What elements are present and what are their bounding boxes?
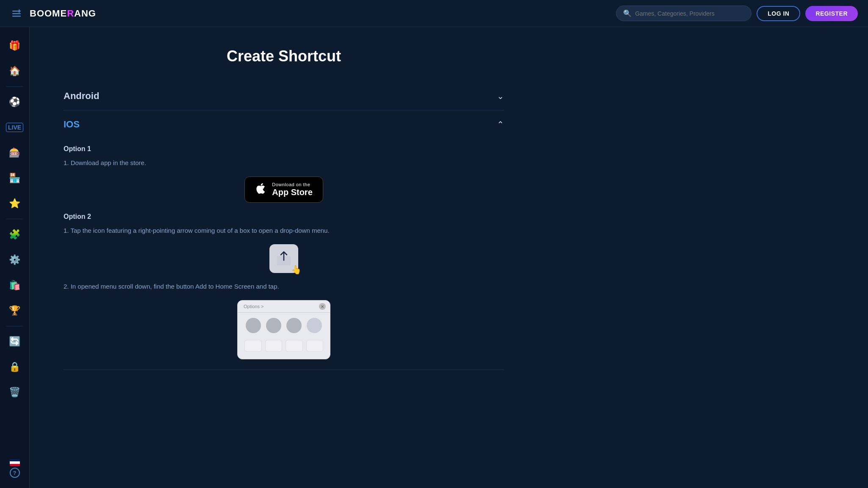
android-accordion-header[interactable]: Android ⌄ — [64, 82, 504, 110]
sidebar-item-promotions[interactable]: 🎁 — [3, 34, 27, 58]
ios-contacts-row — [238, 313, 330, 338]
ios-mockup-inner: Options > ✕ — [237, 300, 330, 359]
ios-accordion-title: IOS — [64, 119, 80, 130]
ios-contact-3 — [286, 318, 302, 333]
ios-contact-4 — [307, 318, 322, 333]
sidebar-item-home[interactable]: 🏠 — [3, 59, 27, 83]
sidebar: 🎁 🏠 ⚽ LIVE 🎰 🏪 ⭐ 🧩 ⚙️ 🛍️ — [0, 27, 30, 488]
ios-accordion-header[interactable]: IOS ⌃ — [64, 110, 504, 138]
language-selector[interactable] — [10, 459, 20, 466]
register-button[interactable]: REGISTER — [805, 6, 858, 21]
ios-mockup-header: Options > ✕ — [238, 301, 330, 313]
sidebar-divider-3 — [6, 326, 23, 326]
app-store-text: Download on the App Store — [272, 182, 313, 197]
avatar-3 — [286, 318, 302, 333]
header-left: BOOMERANG — [10, 7, 96, 20]
gift-icon: 🎁 — [9, 40, 20, 51]
share-icon-container: 👆 — [64, 244, 504, 273]
ios-contact-2 — [266, 318, 281, 333]
trophy-icon: 🏆 — [9, 305, 20, 316]
loyalty-icon: 🛍️ — [9, 280, 20, 291]
option2-step2: 2. In opened menu scroll down, find the … — [64, 281, 504, 292]
sidebar-item-trash[interactable]: 🗑️ — [3, 380, 27, 404]
search-icon: 🔍 — [623, 9, 632, 17]
ios-action-btn-2 — [265, 340, 283, 352]
live-icon: LIVE — [6, 123, 23, 132]
ios-action-btn-1 — [244, 340, 262, 352]
app-store-small-text: Download on the — [272, 182, 310, 187]
chevron-down-icon: ⌄ — [497, 91, 504, 101]
sidebar-item-shop[interactable]: 🏪 — [3, 166, 27, 190]
flag-icon — [10, 459, 20, 466]
app-store-large-text: App Store — [272, 187, 313, 197]
gear-icon: ⚙️ — [9, 254, 20, 265]
puzzle-icon: 🧩 — [9, 229, 20, 240]
ios-action-btn-3 — [286, 340, 303, 352]
option2-step1: 1. Tap the icon featuring a right-pointi… — [64, 226, 504, 236]
share-icon — [276, 251, 291, 266]
ios-actions-row — [238, 338, 330, 353]
casino-icon: 🎰 — [9, 147, 20, 158]
option2-title: Option 2 — [64, 213, 504, 221]
avatar-4 — [307, 318, 322, 333]
sidebar-divider-2 — [6, 219, 23, 219]
help-button[interactable]: ? — [10, 468, 20, 478]
page-title: Create Shortcut — [64, 47, 504, 65]
search-input[interactable] — [635, 10, 744, 17]
ios-menu-mockup: Options > ✕ — [64, 300, 504, 359]
svg-rect-1 — [12, 13, 21, 14]
sidebar-item-wallet[interactable]: 🔒 — [3, 355, 27, 379]
ios-action-btn-4 — [306, 340, 324, 352]
sports-icon: ⚽ — [9, 96, 20, 108]
sidebar-item-affiliate[interactable]: 🔄 — [3, 330, 27, 353]
option1-step1: 1. Download app in the store. — [64, 158, 504, 168]
cursor-icon: 👆 — [291, 265, 302, 275]
android-accordion-title: Android — [64, 91, 99, 102]
header: BOOMERANG 🔍 LOG IN REGISTER — [0, 0, 868, 27]
help-icon: ? — [10, 468, 20, 478]
share-icon-box: 👆 — [269, 244, 298, 273]
star-icon: ⭐ — [9, 198, 20, 209]
search-bar[interactable]: 🔍 — [616, 6, 752, 21]
ios-accordion: IOS ⌃ Option 1 1. Download app in the st… — [64, 110, 504, 370]
svg-rect-3 — [19, 9, 20, 13]
sidebar-item-sports[interactable]: ⚽ — [3, 90, 27, 114]
sidebar-item-live[interactable]: LIVE — [3, 116, 27, 139]
affiliate-icon: 🔄 — [9, 336, 20, 347]
sidebar-item-loyalty[interactable]: 🛍️ — [3, 273, 27, 297]
option1-title: Option 1 — [64, 145, 504, 153]
ios-contact-1 — [246, 318, 261, 333]
avatar-1 — [246, 318, 261, 333]
shop-icon: 🏪 — [9, 173, 20, 184]
avatar-2 — [266, 318, 281, 333]
sidebar-item-puzzle[interactable]: 🧩 — [3, 223, 27, 246]
sidebar-item-trophy[interactable]: 🏆 — [3, 299, 27, 323]
sidebar-bottom: ? — [10, 459, 20, 481]
options-label: Options > — [242, 304, 263, 309]
sidebar-item-favorites[interactable]: ⭐ — [3, 192, 27, 215]
sidebar-item-casino[interactable]: 🎰 — [3, 141, 27, 165]
main-content: Create Shortcut Android ⌄ IOS ⌃ Option 1… — [30, 27, 538, 488]
logo-text: BOOMERANG — [30, 8, 96, 19]
lock-icon: 🔒 — [9, 361, 20, 372]
sidebar-toggle-button[interactable] — [10, 7, 23, 20]
logo[interactable]: BOOMERANG — [30, 8, 96, 19]
sidebar-divider-1 — [6, 86, 23, 87]
layout: 🎁 🏠 ⚽ LIVE 🎰 🏪 ⭐ 🧩 ⚙️ 🛍️ — [0, 27, 868, 488]
trash-icon: 🗑️ — [9, 387, 20, 398]
login-button[interactable]: LOG IN — [757, 6, 800, 21]
home-icon: 🏠 — [9, 66, 20, 77]
apple-icon — [255, 182, 267, 197]
app-store-button[interactable]: Download on the App Store — [244, 176, 323, 203]
header-right: 🔍 LOG IN REGISTER — [616, 6, 858, 21]
chevron-up-icon: ⌃ — [497, 119, 504, 130]
ios-accordion-content: Option 1 1. Download app in the store. D… — [64, 145, 504, 369]
android-accordion: Android ⌄ — [64, 82, 504, 110]
ios-close-button[interactable]: ✕ — [319, 303, 326, 310]
sidebar-item-settings[interactable]: ⚙️ — [3, 248, 27, 272]
svg-rect-2 — [12, 16, 21, 17]
